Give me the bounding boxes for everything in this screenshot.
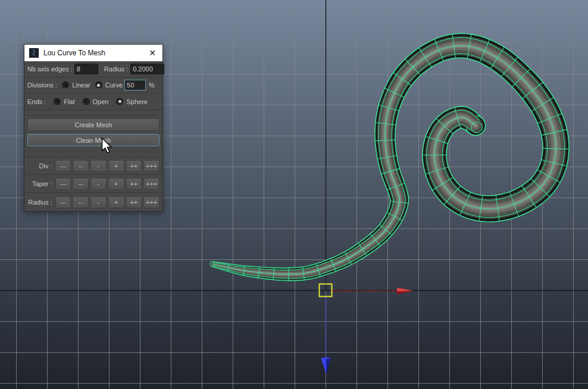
- clean-mesh-button[interactable]: Clean Mesh: [27, 134, 159, 146]
- stepper-button[interactable]: ++: [126, 160, 142, 172]
- radio-icon: [116, 98, 123, 105]
- divisions-row: Divisions : LinearCurve %: [24, 77, 162, 93]
- divisions-radio-group: LinearCurve: [57, 81, 123, 89]
- radio-label: Open: [93, 98, 109, 105]
- stepper-button[interactable]: +++: [143, 160, 159, 172]
- close-icon[interactable]: ✕: [146, 49, 159, 57]
- stepper-button[interactable]: --: [73, 160, 89, 172]
- stepper-button[interactable]: ++: [126, 178, 142, 190]
- stepper-row: Taper :------++++++: [24, 175, 162, 193]
- stepper-button[interactable]: -: [90, 178, 107, 190]
- stepper-button[interactable]: ++: [126, 196, 142, 208]
- stepper-button[interactable]: ---: [55, 178, 71, 190]
- nb-axis-edges-input[interactable]: [74, 64, 98, 74]
- viewport[interactable]: Lou Curve To Mesh ✕ Nb axis edges : Radi…: [0, 0, 588, 389]
- stepper-button[interactable]: -: [90, 196, 107, 208]
- radio-icon: [54, 98, 61, 105]
- percent-label: %: [149, 81, 155, 89]
- spacer: [24, 147, 162, 157]
- radio-option-sphere[interactable]: Sphere: [116, 98, 147, 105]
- spacer: [24, 110, 162, 116]
- curve-to-mesh-window: Lou Curve To Mesh ✕ Nb axis edges : Radi…: [24, 44, 163, 212]
- window-titlebar[interactable]: Lou Curve To Mesh ✕: [24, 45, 162, 61]
- radio-option-flat[interactable]: Flat: [54, 98, 74, 105]
- ends-label: Ends :: [27, 98, 46, 105]
- create-mesh-row: Create Mesh: [24, 116, 162, 133]
- ends-row: Ends : FlatOpenSphere: [24, 93, 162, 110]
- radio-label: Curve: [105, 81, 123, 89]
- stepper-section: Div :------++++++Taper :------++++++Radi…: [24, 157, 162, 211]
- stepper-row: Radius :------++++++: [24, 193, 162, 211]
- stepper-row: Div :------++++++: [24, 157, 162, 175]
- radio-option-linear[interactable]: Linear: [62, 81, 90, 89]
- stepper-button[interactable]: +: [108, 178, 124, 190]
- create-mesh-button[interactable]: Create Mesh: [27, 118, 159, 131]
- radio-label: Linear: [72, 81, 90, 89]
- radio-option-curve[interactable]: Curve: [95, 81, 123, 89]
- fields-row: Nb axis edges : Radius :: [24, 61, 162, 77]
- ends-radio-group: FlatOpenSphere: [46, 98, 148, 105]
- stepper-label: Taper :: [27, 180, 52, 187]
- radio-icon: [83, 98, 90, 105]
- stepper-button[interactable]: -: [90, 160, 107, 172]
- stepper-button[interactable]: +++: [143, 196, 159, 208]
- divisions-label: Divisions :: [27, 81, 57, 89]
- stepper-button[interactable]: --: [73, 178, 89, 190]
- stepper-label: Div :: [27, 162, 52, 170]
- radio-label: Flat: [64, 98, 74, 105]
- radio-icon: [95, 81, 102, 89]
- stepper-button[interactable]: +++: [143, 178, 159, 190]
- divisions-percent-input[interactable]: [124, 80, 146, 90]
- stepper-button[interactable]: +: [108, 160, 124, 172]
- stepper-button[interactable]: ---: [55, 160, 71, 172]
- radius-input[interactable]: [130, 64, 164, 74]
- stepper-label: Radius :: [27, 199, 52, 206]
- nb-axis-edges-label: Nb axis edges :: [27, 65, 73, 73]
- stepper-button[interactable]: +: [108, 196, 124, 208]
- app-icon: [29, 48, 39, 58]
- radio-option-open[interactable]: Open: [83, 98, 109, 105]
- window-title: Lou Curve To Mesh: [43, 49, 105, 57]
- radius-label: Radius :: [104, 65, 128, 73]
- clean-mesh-row: Clean Mesh: [24, 133, 162, 147]
- radio-icon: [62, 81, 69, 89]
- radio-label: Sphere: [126, 98, 147, 105]
- stepper-button[interactable]: --: [73, 196, 89, 208]
- stepper-button[interactable]: ---: [55, 196, 71, 208]
